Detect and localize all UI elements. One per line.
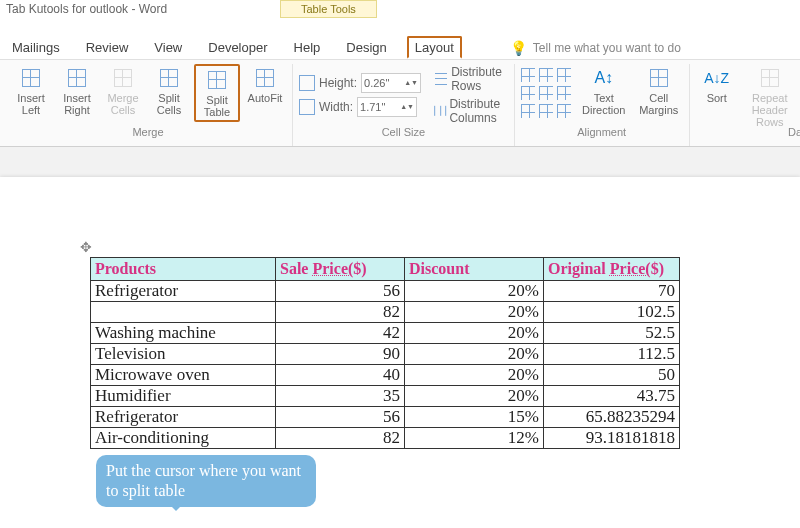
repeat-header-icon bbox=[758, 66, 782, 90]
repeat-header-button: Repeat Header Rows bbox=[742, 64, 798, 130]
group-alignment: A↕ Text Direction Cell Margins Alignment bbox=[515, 64, 690, 146]
cell-margins-button[interactable]: Cell Margins bbox=[635, 64, 683, 118]
table-row[interactable]: Microwave oven4020%50 bbox=[91, 365, 680, 386]
table-row[interactable]: Refrigerator5620%70 bbox=[91, 281, 680, 302]
height-input[interactable]: 0.26" ▲▼ bbox=[361, 73, 421, 93]
tab-layout[interactable]: Layout bbox=[407, 36, 462, 59]
align-icon[interactable] bbox=[521, 86, 535, 100]
tab-mailings[interactable]: Mailings bbox=[6, 36, 66, 59]
table-row[interactable]: 8220%102.5 bbox=[91, 302, 680, 323]
table-cell[interactable]: 20% bbox=[405, 365, 544, 386]
table-cell[interactable]: Humidifier bbox=[91, 386, 276, 407]
table-row[interactable]: Television9020%112.5 bbox=[91, 344, 680, 365]
insert-left-icon bbox=[19, 66, 43, 90]
table-cell[interactable]: 90 bbox=[276, 344, 405, 365]
table-cell[interactable]: 102.5 bbox=[544, 302, 680, 323]
table-header-row: Products Sale Price($) Discount Original… bbox=[91, 258, 680, 281]
group-data: A↓Z Sort Repeat Header Rows Convert to T… bbox=[690, 64, 800, 146]
split-cells-button[interactable]: Split Cells bbox=[148, 64, 190, 118]
page-sheet[interactable]: ✥ Products Sale Price($) Discount Origin… bbox=[0, 177, 800, 528]
align-icon[interactable] bbox=[521, 104, 535, 118]
table-move-handle-icon[interactable]: ✥ bbox=[80, 239, 92, 255]
align-icon[interactable] bbox=[539, 86, 553, 100]
table-cell[interactable]: 20% bbox=[405, 323, 544, 344]
height-label: Height: bbox=[319, 76, 357, 90]
tab-design[interactable]: Design bbox=[340, 38, 392, 57]
merge-cells-button: Merge Cells bbox=[102, 64, 144, 118]
table-cell[interactable]: 15% bbox=[405, 407, 544, 428]
col-original-price: Original Price($) bbox=[544, 258, 680, 281]
group-label-data: Data bbox=[788, 126, 800, 140]
align-icon[interactable] bbox=[557, 86, 571, 100]
distribute-columns-button[interactable]: Distribute Columns bbox=[435, 97, 508, 125]
table-cell[interactable]: 56 bbox=[276, 281, 405, 302]
autofit-icon bbox=[253, 66, 277, 90]
align-icon[interactable] bbox=[557, 68, 571, 82]
tab-review[interactable]: Review bbox=[80, 36, 135, 59]
insert-left-button[interactable]: Insert Left bbox=[10, 64, 52, 118]
table-cell[interactable]: 56 bbox=[276, 407, 405, 428]
align-icon[interactable] bbox=[557, 104, 571, 118]
table-cell[interactable]: 20% bbox=[405, 302, 544, 323]
table-row[interactable]: Air-conditioning8212%93.18181818 bbox=[91, 428, 680, 449]
split-table-button[interactable]: Split Table bbox=[194, 64, 240, 122]
ribbon-tabs: Mailings Review View Developer Help Desi… bbox=[0, 18, 800, 60]
insert-right-icon bbox=[65, 66, 89, 90]
table-cell[interactable]: 50 bbox=[544, 365, 680, 386]
group-label-merge: Merge bbox=[132, 126, 163, 140]
table-cell[interactable] bbox=[91, 302, 276, 323]
table-cell[interactable]: 70 bbox=[544, 281, 680, 302]
table-cell[interactable]: 52.5 bbox=[544, 323, 680, 344]
table-cell[interactable]: 20% bbox=[405, 344, 544, 365]
group-cell-size: Height: 0.26" ▲▼ Width: 1.71" ▲▼ bbox=[293, 64, 515, 146]
tell-me-search[interactable]: 💡 Tell me what you want to do bbox=[510, 40, 681, 56]
spinner-arrows-icon[interactable]: ▲▼ bbox=[404, 80, 418, 86]
table-cell[interactable]: Washing machine bbox=[91, 323, 276, 344]
insert-right-button[interactable]: Insert Right bbox=[56, 64, 98, 118]
align-icon[interactable] bbox=[539, 104, 553, 118]
table-cell[interactable]: Refrigerator bbox=[91, 281, 276, 302]
table-cell[interactable]: 82 bbox=[276, 302, 405, 323]
distribute-columns-icon bbox=[434, 106, 446, 116]
width-label: Width: bbox=[319, 100, 353, 114]
tab-developer[interactable]: Developer bbox=[202, 36, 273, 59]
table-row[interactable]: Humidifier3520%43.75 bbox=[91, 386, 680, 407]
table-cell[interactable]: Television bbox=[91, 344, 276, 365]
group-merge: Insert Left Insert Right Merge Cells Spl… bbox=[4, 64, 293, 146]
align-icon[interactable] bbox=[521, 68, 535, 82]
tab-help[interactable]: Help bbox=[288, 36, 327, 59]
table-cell[interactable]: 93.18181818 bbox=[544, 428, 680, 449]
table-cell[interactable]: 42 bbox=[276, 323, 405, 344]
table-row[interactable]: Washing machine4220%52.5 bbox=[91, 323, 680, 344]
table-cell[interactable]: 20% bbox=[405, 281, 544, 302]
table-cell[interactable]: 65.88235294 bbox=[544, 407, 680, 428]
table-cell[interactable]: Microwave oven bbox=[91, 365, 276, 386]
group-label-cellsize: Cell Size bbox=[382, 126, 425, 140]
table-cell[interactable]: 12% bbox=[405, 428, 544, 449]
distribute-rows-button[interactable]: Distribute Rows bbox=[435, 65, 508, 93]
autofit-button[interactable]: AutoFit bbox=[244, 64, 286, 106]
distribute-rows-icon bbox=[435, 73, 447, 85]
width-icon bbox=[299, 99, 315, 115]
width-input[interactable]: 1.71" ▲▼ bbox=[357, 97, 417, 117]
table-row[interactable]: Refrigerator5615%65.88235294 bbox=[91, 407, 680, 428]
tab-view[interactable]: View bbox=[148, 36, 188, 59]
alignment-grid[interactable] bbox=[521, 64, 573, 120]
group-label-alignment: Alignment bbox=[577, 126, 626, 140]
table-cell[interactable]: 82 bbox=[276, 428, 405, 449]
table-cell[interactable]: 35 bbox=[276, 386, 405, 407]
spinner-arrows-icon[interactable]: ▲▼ bbox=[400, 104, 414, 110]
document-area: ✥ Products Sale Price($) Discount Origin… bbox=[0, 147, 800, 528]
align-icon[interactable] bbox=[539, 68, 553, 82]
col-products: Products bbox=[91, 258, 276, 281]
table-cell[interactable]: Refrigerator bbox=[91, 407, 276, 428]
table-cell[interactable]: 112.5 bbox=[544, 344, 680, 365]
table-cell[interactable]: Air-conditioning bbox=[91, 428, 276, 449]
text-direction-button[interactable]: A↕ Text Direction bbox=[577, 64, 631, 118]
table-cell[interactable]: 43.75 bbox=[544, 386, 680, 407]
table-cell[interactable]: 40 bbox=[276, 365, 405, 386]
document-table[interactable]: Products Sale Price($) Discount Original… bbox=[90, 257, 680, 449]
merge-cells-icon bbox=[111, 66, 135, 90]
table-cell[interactable]: 20% bbox=[405, 386, 544, 407]
sort-button[interactable]: A↓Z Sort bbox=[696, 64, 738, 106]
